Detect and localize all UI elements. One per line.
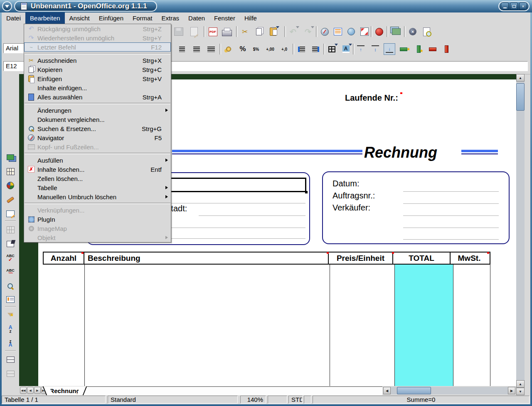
field-line xyxy=(199,215,305,216)
application-window: Unbenannt1 - OpenOffice.org 1.1.1 × Date… xyxy=(0,0,532,406)
auto-spellcheck-icon[interactable]: ABC~~ xyxy=(5,266,16,278)
maximize-button[interactable] xyxy=(510,2,518,10)
menu-item-suchen-ersetzen[interactable]: Suchen & Ersetzen...Strg+G xyxy=(24,124,171,133)
insert-object-icon[interactable] xyxy=(5,180,16,191)
scroll-left-button[interactable]: ◀ xyxy=(383,387,391,394)
insert-cells-icon[interactable] xyxy=(5,166,16,177)
page-preview-icon[interactable] xyxy=(421,26,432,37)
menu-item-alles-auswaehlen[interactable]: Alles auswählenStrg+A xyxy=(24,92,171,102)
standard-format-icon[interactable]: $% xyxy=(250,43,262,55)
menu-item-zellen-loeschen[interactable]: Zellen löschen... xyxy=(24,174,171,183)
menu-datei[interactable]: Datei xyxy=(2,12,25,24)
stop-loading-icon[interactable]: × xyxy=(407,26,419,37)
next-sheet-button[interactable]: ▶ xyxy=(34,387,41,394)
background-color-icon[interactable]: A xyxy=(340,43,352,55)
minimize-button[interactable] xyxy=(501,2,509,10)
insert-column-icon[interactable] xyxy=(413,43,424,55)
hyperlink-icon[interactable] xyxy=(345,26,357,37)
menu-item-inhalte-einfuegen[interactable]: Inhalte einfügen... xyxy=(24,83,171,92)
menu-item-ausfuellen[interactable]: Ausfüllen xyxy=(24,156,171,165)
scroll-up-button[interactable]: ▲ xyxy=(516,74,525,82)
menu-ansicht[interactable]: Ansicht xyxy=(65,12,94,24)
scroll-up-button-bottom[interactable]: ▲ xyxy=(516,380,525,388)
sort-ascending-icon[interactable]: Az xyxy=(5,324,16,335)
previous-sheet-button[interactable]: ◀ xyxy=(27,387,34,394)
menu-item-ausschneiden[interactable]: ✂ AusschneidenStrg+X xyxy=(24,56,171,65)
percent-format-icon[interactable]: % xyxy=(237,43,249,55)
close-button[interactable]: × xyxy=(519,2,527,10)
menu-item-kopieren[interactable]: KopierenStrg+C xyxy=(24,65,171,74)
align-right-icon[interactable] xyxy=(191,43,202,55)
align-bottom-icon[interactable]: ↓ xyxy=(384,43,395,55)
increase-indent-icon[interactable] xyxy=(310,43,321,55)
gallery-icon[interactable] xyxy=(390,26,402,37)
align-center-vertical-icon[interactable]: ↕ xyxy=(369,43,381,55)
currency-format-icon[interactable] xyxy=(223,43,234,55)
align-center-icon[interactable] xyxy=(176,43,188,55)
delete-column-icon[interactable] xyxy=(441,43,452,55)
first-sheet-button[interactable]: ◀◀ xyxy=(20,387,27,394)
export-pdf-icon[interactable]: PDF xyxy=(207,26,219,37)
vertical-scrollbar-track[interactable] xyxy=(516,82,525,380)
menu-item-inhalte-loeschen[interactable]: ✗ Inhalte löschen...Entf xyxy=(24,165,171,174)
stylist-icon[interactable] xyxy=(332,26,344,37)
menu-item-tabelle[interactable]: Tabelle xyxy=(24,183,171,192)
group-icon[interactable] xyxy=(5,354,16,365)
add-decimal-icon[interactable]: +,00 xyxy=(264,43,276,55)
decrease-indent-icon[interactable] xyxy=(296,43,307,55)
note-marker xyxy=(487,252,489,254)
vertical-scrollbar-thumb[interactable] xyxy=(516,83,525,111)
horizontal-scrollbar-thumb[interactable] xyxy=(397,387,431,394)
scroll-right-button[interactable]: ▶ xyxy=(508,387,515,394)
table-gridline xyxy=(84,265,85,386)
menu-item-dokument-vergleichen[interactable]: Dokument vergleichen... xyxy=(24,115,171,124)
print-file-icon[interactable] xyxy=(221,26,233,37)
menu-item-navigator[interactable]: NavigatorF5 xyxy=(24,133,171,142)
navigator-icon[interactable] xyxy=(319,26,330,37)
form-functions-icon[interactable] xyxy=(5,208,16,220)
insert-icon[interactable] xyxy=(5,151,16,163)
window-menu-button[interactable] xyxy=(2,1,12,11)
menu-einfuegen[interactable]: Einfügen xyxy=(94,12,128,24)
align-top-icon[interactable]: ↑ xyxy=(355,43,367,55)
sort-descending-icon[interactable]: zA xyxy=(5,338,16,349)
delete-decimal-icon[interactable]: +,0 xyxy=(278,43,290,55)
delete-row-icon[interactable] xyxy=(427,43,438,55)
menu-daten[interactable]: Daten xyxy=(184,12,209,24)
zoom-icon[interactable] xyxy=(359,26,370,37)
justify-icon[interactable] xyxy=(205,43,217,55)
spellcheck-icon[interactable]: ABC✓ xyxy=(5,252,16,264)
status-zoom[interactable]: 140% xyxy=(240,396,266,404)
copy-icon[interactable] xyxy=(253,26,265,37)
menu-bearbeiten[interactable]: Bearbeiten xyxy=(25,12,65,24)
status-selection-mode[interactable]: STD xyxy=(288,396,303,404)
menu-item-rueckgaengig: ↶ Rückgängig unmöglichStrg+Z xyxy=(24,24,171,33)
borders-icon[interactable] xyxy=(326,43,337,55)
choose-themes-icon[interactable] xyxy=(5,238,16,250)
status-sum: Summe=0 xyxy=(313,396,530,404)
title-rule-right xyxy=(461,150,498,154)
selection-handle[interactable] xyxy=(305,191,308,193)
menu-item-plugin[interactable]: PlugIn xyxy=(24,215,171,224)
ungroup-icon xyxy=(5,368,16,379)
paste-icon[interactable] xyxy=(267,26,279,37)
menu-item-einfuegen[interactable]: EinfügenStrg+V xyxy=(24,74,171,83)
menu-item-aenderungen[interactable]: Änderungen xyxy=(24,106,171,115)
scroll-down-button[interactable]: ▼ xyxy=(516,388,525,395)
draw-functions-icon[interactable] xyxy=(5,194,16,205)
menu-item-umbruch-loeschen[interactable]: Manuellen Umbruch löschen xyxy=(24,192,171,201)
menu-item-verknuepfungen: Verknüpfungen... xyxy=(24,205,171,215)
data-sources-icon[interactable] xyxy=(5,294,16,305)
menu-fenster[interactable]: Fenster xyxy=(209,12,240,24)
record-macro-icon[interactable] xyxy=(373,26,385,37)
cut-icon[interactable]: ✂ xyxy=(239,26,251,37)
insert-row-icon[interactable] xyxy=(398,43,409,55)
sheet-tab-rechnung[interactable]: Rechnung xyxy=(48,386,81,395)
menu-extras[interactable]: Extras xyxy=(157,12,184,24)
find-replace-icon[interactable] xyxy=(5,280,16,292)
menu-hilfe[interactable]: Hilfe xyxy=(240,12,261,24)
menu-format[interactable]: Format xyxy=(128,12,157,24)
field-line xyxy=(403,215,499,216)
menu-separator xyxy=(25,203,170,204)
autofilter-icon[interactable] xyxy=(5,309,16,321)
